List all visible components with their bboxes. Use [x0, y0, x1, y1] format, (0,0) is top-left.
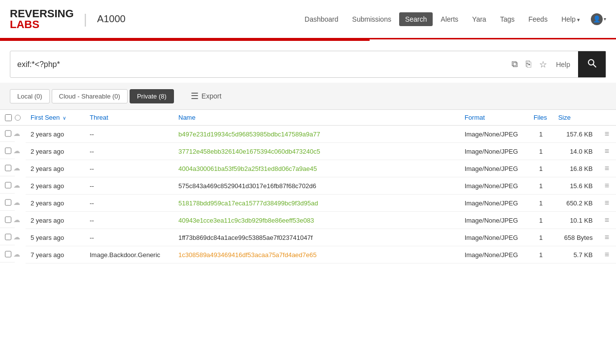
row-menu-icon[interactable]: ≡ [603, 163, 611, 173]
search-input[interactable] [10, 54, 505, 75]
row-checkbox[interactable] [5, 216, 11, 223]
row-menu-icon[interactable]: ≡ [603, 180, 611, 191]
row-name-link[interactable]: 518178bdd959ca17eca15777d38499bc9f3d95ad [178, 199, 318, 207]
row-name: 40943e1cce3ea11c9c3db929fb8e86eeff53e083 [173, 212, 460, 229]
row-name-link[interactable]: 1ff73b869dc84a1ace99c53885ae7f023741047f [178, 234, 312, 241]
row-files: 1 [529, 160, 553, 177]
th-threat[interactable]: Threat [85, 110, 173, 126]
select-all-checkbox[interactable] [5, 114, 12, 121]
row-size: 658 Bytes [553, 229, 598, 246]
row-name: 518178bdd959ca17eca15777d38499bc9f3d95ad [173, 195, 460, 212]
copy-search-icon: ⧉ [512, 59, 518, 69]
th-size[interactable]: Size [553, 110, 598, 126]
row-name-link[interactable]: 4004a300061ba53f59b2a25f31ed8d06c7a9ae45 [178, 165, 317, 172]
table-row: ☁ 5 years ago -- 1ff73b869dc84a1ace99c53… [0, 229, 616, 246]
row-name-link[interactable]: 575c843a469c8529041d3017e16fb87f68c702d6 [178, 182, 316, 190]
th-format-link[interactable]: Format [465, 114, 485, 121]
row-first-seen: 2 years ago [26, 195, 85, 212]
main-nav: Dashboard Submissions Search Alerts Yara… [299, 12, 606, 26]
copy-search-button[interactable]: ⧉ [510, 57, 520, 71]
row-name-link[interactable]: 37712e458ebb326140e1675394c060db473240c5 [178, 148, 320, 155]
row-check-cell: ☁ [0, 229, 15, 245]
row-checkbox[interactable] [5, 251, 11, 258]
filter-cloud[interactable]: Cloud - Shareable (0) [52, 89, 128, 103]
row-threat: -- [85, 177, 173, 195]
cloud-icon: ☁ [13, 130, 20, 137]
filter-private[interactable]: Private (8) [130, 89, 174, 103]
filter-local[interactable]: Local (0) [10, 89, 50, 103]
th-threat-link[interactable]: Threat [90, 114, 108, 121]
row-files: 1 [529, 143, 553, 160]
share-search-button[interactable]: ⎘ [524, 57, 533, 71]
th-name[interactable]: Name [173, 110, 460, 126]
row-menu-icon[interactable]: ≡ [603, 198, 611, 208]
search-area: ⧉ ⎘ ☆ Help [0, 41, 616, 83]
nav-dashboard[interactable]: Dashboard [299, 12, 344, 26]
row-name-link[interactable]: b497e231d19934c5d96853985bdbc147589a9a77 [178, 131, 320, 138]
export-label: Export [202, 92, 221, 100]
row-format: Image/None/JPEG [460, 195, 529, 212]
row-menu-cell: ≡ [598, 195, 616, 212]
row-format: Image/None/JPEG [460, 143, 529, 160]
nav-user[interactable]: 👤 ▾ [591, 13, 606, 25]
th-name-link[interactable]: Name [178, 114, 196, 121]
results-container: First Seen ∨ Threat Name Format Files Si… [0, 110, 616, 264]
row-menu-icon[interactable]: ≡ [603, 215, 611, 225]
row-size: 650.2 KB [553, 195, 598, 212]
nav-yara[interactable]: Yara [466, 12, 492, 26]
row-menu-cell: ≡ [598, 229, 616, 246]
row-threat: -- [85, 195, 173, 212]
nav-submissions[interactable]: Submissions [346, 12, 397, 26]
th-first-seen[interactable]: First Seen ∨ [26, 110, 85, 126]
row-menu-cell: ≡ [598, 126, 616, 143]
nav-alerts[interactable]: Alerts [435, 12, 464, 26]
row-checkbox[interactable] [5, 130, 11, 137]
bookmark-search-button[interactable]: ☆ [537, 57, 549, 72]
row-first-seen: 2 years ago [26, 143, 85, 160]
table-row: ☁ 2 years ago -- 4004a300061ba53f59b2a25… [0, 160, 616, 177]
row-menu-icon[interactable]: ≡ [603, 249, 611, 260]
row-name: 1c308589a493469416df53acaa75a7fd4aed7e65 [173, 246, 460, 264]
cloud-icon: ☁ [13, 147, 20, 155]
row-format: Image/None/JPEG [460, 229, 529, 246]
row-menu-cell: ≡ [598, 212, 616, 229]
nav-feeds[interactable]: Feeds [522, 12, 553, 26]
th-menu [598, 110, 616, 126]
nav-help[interactable]: Help [555, 12, 586, 26]
cloud-icon: ☁ [13, 216, 20, 224]
table-body: ☁ 2 years ago -- b497e231d19934c5d968539… [0, 126, 616, 264]
search-help-button[interactable]: Help [553, 59, 573, 70]
search-submit-button[interactable] [578, 51, 606, 77]
row-checkbox[interactable] [5, 165, 11, 171]
row-name: 37712e458ebb326140e1675394c060db473240c5 [173, 143, 460, 160]
row-size: 5.7 KB [553, 246, 598, 264]
th-files-link[interactable]: Files [534, 114, 547, 121]
row-check-cell: ☁ [0, 212, 15, 228]
export-button[interactable]: ☰ Export [184, 88, 228, 104]
row-format: Image/None/JPEG [460, 246, 529, 264]
table-row: ☁ 2 years ago -- 575c843a469c8529041d301… [0, 177, 616, 195]
th-first-seen-link[interactable]: First Seen ∨ [31, 114, 66, 121]
row-checkbox[interactable] [5, 147, 11, 154]
row-name: 4004a300061ba53f59b2a25f31ed8d06c7a9ae45 [173, 160, 460, 177]
row-menu-icon[interactable]: ≡ [603, 232, 611, 242]
row-checkbox[interactable] [5, 233, 11, 240]
th-size-link[interactable]: Size [558, 114, 571, 121]
row-format: Image/None/JPEG [460, 212, 529, 229]
row-checkbox[interactable] [5, 199, 11, 206]
row-menu-icon[interactable]: ≡ [603, 146, 611, 156]
row-name-link[interactable]: 40943e1cce3ea11c9c3db929fb8e86eeff53e083 [178, 217, 314, 224]
nav-search[interactable]: Search [399, 12, 433, 26]
row-name: 1ff73b869dc84a1ace99c53885ae7f023741047f [173, 229, 460, 246]
row-name-link[interactable]: 1c308589a493469416df53acaa75a7fd4aed7e65 [178, 251, 317, 259]
user-caret: ▾ [604, 16, 606, 22]
nav-tags[interactable]: Tags [494, 12, 521, 26]
row-name: b497e231d19934c5d96853985bdbc147589a9a77 [173, 126, 460, 143]
th-format[interactable]: Format [460, 110, 529, 126]
row-threat: -- [85, 160, 173, 177]
row-menu-icon[interactable]: ≡ [603, 129, 611, 139]
th-files[interactable]: Files [529, 110, 553, 126]
row-checkbox[interactable] [5, 182, 11, 189]
table-row: ☁ 2 years ago -- 40943e1cce3ea11c9c3db92… [0, 212, 616, 229]
row-check-cell: ☁ [0, 195, 15, 211]
